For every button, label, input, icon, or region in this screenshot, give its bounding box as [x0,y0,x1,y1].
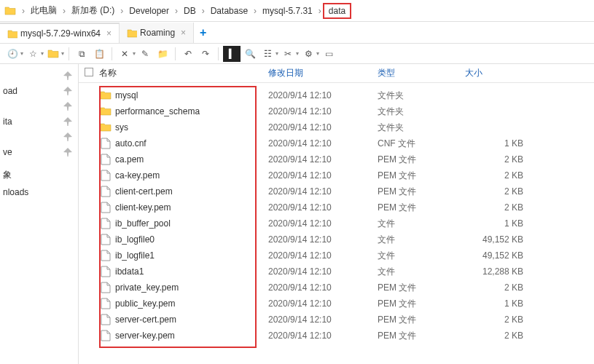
chevron-right-icon[interactable]: › [20,6,26,16]
breadcrumb-segment[interactable]: Developer [125,3,173,19]
table-row[interactable]: ib_logfile02020/9/14 12:10文件49,152 KB [99,232,594,248]
file-date: 2020/9/14 12:10 [268,106,378,116]
nav-item[interactable] [0,130,78,144]
chevron-right-icon[interactable]: › [252,6,258,16]
close-icon[interactable]: × [181,28,186,38]
nav-item[interactable]: oad [0,83,78,99]
file-type: 文件 [378,250,465,262]
file-icon [99,330,112,341]
folder-icon [7,28,17,39]
nav-item[interactable]: nloads [0,184,78,200]
table-row[interactable]: auto.cnf2020/9/14 12:10CNF 文件1 KB [99,135,594,151]
table-row[interactable]: client-cert.pem2020/9/14 12:10PEM 文件2 KB [99,183,594,199]
table-row[interactable]: ib_logfile12020/9/14 12:10文件49,152 KB [99,248,594,264]
table-row[interactable]: sys2020/9/14 12:10文件夹 [99,119,594,135]
table-row[interactable]: mysql2020/9/14 12:10文件夹 [99,87,594,103]
tab[interactable]: mysql-5.7.29-winx64× [0,23,120,43]
file-type: 文件夹 [378,106,465,118]
file-name: auto.cnf [112,138,268,149]
paste-button[interactable]: 📋 [91,46,107,62]
file-size: 49,152 KB [465,250,545,261]
breadcrumb-segment[interactable]: DB [179,3,200,19]
nav-item[interactable]: ita [0,114,78,130]
breadcrumb-segment[interactable]: 新加卷 (D:) [67,3,119,19]
nav-item[interactable]: ve [0,144,78,160]
tab[interactable]: Roaming× [120,23,194,43]
file-name: ca.pem [112,154,268,165]
new-folder-button[interactable]: 📁 [155,46,171,62]
breadcrumb[interactable]: › 此电脑›新加卷 (D:)›Developer›DB›Database›mys… [0,0,594,22]
table-row[interactable]: server-cert.pem2020/9/14 12:10PEM 文件2 KB [99,312,594,328]
cut-button[interactable]: ✂ [280,46,296,62]
nav-label: oad [3,86,17,96]
copy-button[interactable]: ⧉ [74,46,90,62]
file-name: sys [112,122,268,132]
delete-button[interactable]: ✕ [117,46,133,62]
file-size: 2 KB [465,186,545,197]
chevron-right-icon[interactable]: › [317,6,323,16]
col-type[interactable]: 类型 [378,67,465,79]
view-button[interactable]: ▭ [321,46,337,62]
pin-icon [63,102,72,111]
history-button[interactable]: 🕘 [4,46,20,62]
folder-button[interactable] [45,46,61,62]
chevron-right-icon[interactable]: › [173,6,179,16]
filter-button[interactable]: ☷ [259,46,275,62]
nav-label: ita [3,116,12,127]
col-date[interactable]: 修改日期 [268,67,378,79]
pin-icon [63,148,72,157]
table-row[interactable]: ca.pem2020/9/14 12:10PEM 文件2 KB [99,151,594,167]
file-date: 2020/9/14 12:10 [268,250,378,261]
col-name[interactable]: 名称 [99,67,117,79]
new-tab-button[interactable]: + [194,26,212,39]
file-date: 2020/9/14 12:10 [268,282,378,293]
settings-button[interactable]: ⚙ [300,46,316,62]
file-name: ca-key.pem [112,170,268,181]
table-row[interactable]: server-key.pem2020/9/14 12:10PEM 文件2 KB [99,328,594,344]
file-name: server-cert.pem [112,314,268,325]
chevron-right-icon[interactable]: › [119,6,125,16]
table-row[interactable]: ib_buffer_pool2020/9/14 12:10文件1 KB [99,215,594,232]
table-row[interactable]: performance_schema2020/9/14 12:10文件夹 [99,103,594,119]
table-row[interactable]: ibdata12020/9/14 12:10文件12,288 KB [99,264,594,280]
close-icon[interactable]: × [106,28,112,39]
toolbar: 🕘▾ ☆▾ ▾ ⧉ 📋 ✕▾ ✎ 📁 ↶ ↷ ▍ 🔍 ☷▾ ✂▾ ⚙▾ ▭ [0,44,594,64]
chevron-right-icon[interactable]: › [200,6,206,16]
breadcrumb-segment[interactable]: data [323,3,351,19]
table-row[interactable]: client-key.pem2020/9/14 12:10PEM 文件2 KB [99,199,594,215]
table-row[interactable]: ca-key.pem2020/9/14 12:10PEM 文件2 KB [99,167,594,183]
file-icon [99,186,112,197]
undo-button[interactable]: ↶ [180,46,196,62]
nav-pane[interactable]: oaditave象nloads [0,64,79,364]
file-date: 2020/9/14 12:10 [268,234,378,245]
table-row[interactable]: private_key.pem2020/9/14 12:10PEM 文件2 KB [99,280,594,296]
file-date: 2020/9/14 12:10 [268,138,378,149]
rename-button[interactable]: ✎ [137,46,153,62]
breadcrumb-segment[interactable]: mysql-5.7.31 [258,3,317,19]
chevron-right-icon[interactable]: › [61,6,67,16]
folder-icon [99,90,112,101]
nav-item[interactable] [0,68,78,83]
search-button[interactable]: 🔍 [242,46,258,62]
file-icon [99,298,112,309]
select-all-checkbox[interactable] [85,68,93,76]
terminal-button[interactable]: ▍ [223,46,241,62]
nav-item[interactable]: 象 [0,166,78,184]
favorites-button[interactable]: ☆ [25,46,41,62]
file-icon [99,138,112,149]
breadcrumb-segment[interactable]: 此电脑 [26,3,61,19]
breadcrumb-segment[interactable]: Database [206,3,252,19]
file-icon [99,282,112,293]
col-size[interactable]: 大小 [465,67,545,79]
file-date: 2020/9/14 12:10 [268,154,378,165]
file-icon [99,218,112,229]
file-type: PEM 文件 [378,154,465,166]
nav-item[interactable] [0,99,78,114]
nav-item[interactable] [0,160,78,166]
pin-icon [63,87,72,95]
redo-button[interactable]: ↷ [198,46,214,62]
table-row[interactable]: public_key.pem2020/9/14 12:10PEM 文件1 KB [99,296,594,312]
pin-icon [63,71,72,80]
column-headers[interactable]: 名称 修改日期 类型 大小 [79,64,594,83]
folder-icon [99,106,112,117]
